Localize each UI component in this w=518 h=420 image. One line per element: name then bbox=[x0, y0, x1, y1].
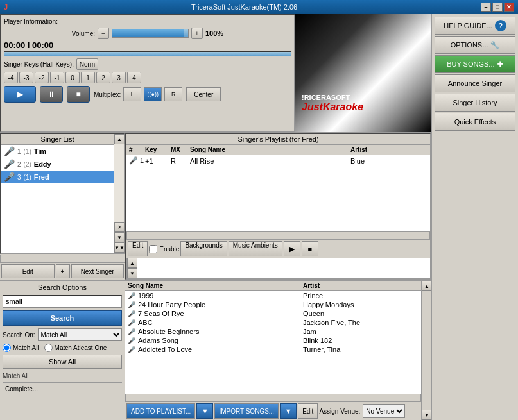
next-singer-button[interactable]: Next Singer bbox=[71, 264, 125, 278]
show-all-button[interactable]: Show All bbox=[3, 355, 122, 369]
key-plus3[interactable]: 3 bbox=[112, 72, 126, 83]
help-guide-button[interactable]: HELP GUIDE... ? bbox=[435, 17, 515, 35]
scroll-up-button[interactable]: ▲ bbox=[114, 134, 125, 144]
norm-button[interactable]: Norm bbox=[76, 58, 98, 70]
key-minus4[interactable]: -4 bbox=[4, 72, 18, 83]
song-edit-button[interactable]: Edit bbox=[298, 403, 318, 419]
effects-label: Quick Effects bbox=[454, 118, 496, 126]
match-atleast-radio[interactable] bbox=[44, 344, 53, 352]
wrench-icon: 🔧 bbox=[490, 41, 499, 49]
playlist-edit-button[interactable]: Edit bbox=[128, 241, 148, 256]
song-h-scrollbar[interactable] bbox=[125, 394, 421, 401]
song-row-4[interactable]: 🎤 Absolute Beginners Jam bbox=[125, 327, 421, 336]
center-button[interactable]: Center bbox=[186, 87, 221, 101]
search-input[interactable] bbox=[3, 295, 122, 308]
key-minus3[interactable]: -3 bbox=[19, 72, 33, 83]
singer-item-3[interactable]: 🎤 3 (1) Fred bbox=[1, 171, 114, 183]
scroll-down2-button[interactable]: ▼▼ bbox=[114, 242, 125, 253]
add-icon-button[interactable]: ▼ bbox=[196, 403, 213, 419]
song-row-1[interactable]: 🎤 24 Hour Party People Happy Mondays bbox=[125, 300, 421, 309]
multiplex-label: Multiplex: bbox=[94, 91, 121, 98]
stop-button[interactable]: ■ bbox=[67, 86, 90, 103]
venue-select[interactable]: No Venue bbox=[363, 404, 405, 418]
key-minus2[interactable]: -2 bbox=[35, 72, 49, 83]
song-scroll-up[interactable]: ▲ bbox=[422, 281, 432, 291]
pl-scroll-down[interactable]: ▼ bbox=[127, 268, 137, 278]
enable-checkbox[interactable] bbox=[149, 245, 157, 253]
playlist-header: Singer's Playlist (for Fred) bbox=[126, 134, 430, 145]
key-plus4[interactable]: 4 bbox=[127, 72, 141, 83]
volume-row: Volume: – + 100% bbox=[4, 28, 291, 39]
multiplex-right[interactable]: R bbox=[164, 87, 182, 101]
playlist-stop-button[interactable]: ■ bbox=[302, 241, 318, 256]
search-button[interactable]: Search bbox=[3, 310, 122, 326]
search-on-select[interactable]: Match All bbox=[38, 328, 122, 341]
quick-effects-button[interactable]: Quick Effects bbox=[435, 113, 515, 131]
singer-slot-1: (1) bbox=[24, 148, 31, 155]
singer-item-2[interactable]: 🎤 2 (2) Eddy bbox=[1, 158, 114, 171]
key-minus1[interactable]: -1 bbox=[50, 72, 64, 83]
singer-num-3: 3 bbox=[17, 174, 21, 181]
row-num: 🎤 1 bbox=[129, 156, 145, 165]
pause-button[interactable]: ⏸ bbox=[40, 86, 63, 103]
song-list: 🎤 1999 Prince 🎤 24 Hour Party People Hap… bbox=[125, 291, 421, 394]
singer-add-button[interactable]: + bbox=[56, 264, 70, 278]
song-row-2[interactable]: 🎤 7 Seas Of Rye Queen bbox=[125, 309, 421, 318]
multiplex-left[interactable]: L bbox=[123, 87, 141, 101]
import-icon-button[interactable]: ▼ bbox=[280, 403, 297, 419]
volume-down-button[interactable]: – bbox=[98, 28, 109, 39]
minimize-button[interactable]: – bbox=[481, 3, 491, 12]
volume-up-button[interactable]: + bbox=[191, 28, 203, 39]
key-plus2[interactable]: 2 bbox=[96, 72, 110, 83]
singer-list-panel: Singer List 🎤 1 (1) Tim 🎤 2 (2) Eddy bbox=[1, 134, 114, 253]
match-all-radio[interactable] bbox=[3, 344, 11, 352]
playlist-play-button[interactable]: ▶ bbox=[284, 241, 300, 256]
options-button[interactable]: OPTIONS... 🔧 bbox=[435, 36, 515, 54]
playlist-v-scrollbar[interactable]: ▲ ▼ bbox=[126, 258, 137, 278]
key-0[interactable]: 0 bbox=[65, 72, 80, 83]
backgrounds-button[interactable]: Backgrounds bbox=[180, 241, 227, 256]
song-row-3[interactable]: 🎤 ABC Jackson Five, The bbox=[125, 318, 421, 327]
buy-songs-button[interactable]: BUY SONGS... + bbox=[435, 55, 515, 73]
add-to-playlist-button[interactable]: ADD TO PLAYLIST... bbox=[126, 403, 195, 419]
song-name-1: 🎤 24 Hour Party People bbox=[128, 301, 303, 308]
main-content: Player Information: Volume: – + 100% 00:… bbox=[0, 14, 518, 420]
import-songs-button[interactable]: IMPORT SONGS... bbox=[214, 403, 279, 419]
volume-slider[interactable] bbox=[112, 29, 189, 38]
singer-actions: Edit + Next Singer bbox=[0, 262, 125, 280]
singer-history-button[interactable]: Singer History bbox=[435, 94, 515, 112]
announce-singer-button[interactable]: Announce Singer bbox=[435, 74, 515, 92]
music-ambients-button[interactable]: Music Ambients bbox=[229, 241, 282, 256]
volume-label: Volume: bbox=[72, 30, 95, 37]
play-button[interactable]: ▶ bbox=[4, 86, 36, 103]
singer-item-1[interactable]: 🎤 1 (1) Tim bbox=[1, 145, 114, 158]
singer-name-2: Eddy bbox=[34, 160, 51, 168]
playlist-row-1[interactable]: 🎤 1 +1 R All Rise Blue bbox=[126, 155, 430, 166]
maximize-button[interactable]: □ bbox=[492, 3, 503, 12]
close-button[interactable]: ✕ bbox=[504, 3, 514, 12]
song-v-scrollbar[interactable]: ▲ ▼ bbox=[421, 281, 431, 420]
search-panel: Search Options Search Search On: Match A… bbox=[0, 281, 125, 420]
progress-bar[interactable] bbox=[4, 51, 291, 56]
playlist-table: 🎤 1 +1 R All Rise Blue bbox=[126, 155, 430, 231]
title-bar: J TriceraSoft JustKaraoke(TM) 2.06 – □ ✕ bbox=[0, 0, 518, 14]
match-all-radio-label[interactable]: Match All bbox=[3, 344, 39, 352]
scroll-down-button[interactable]: ▼ bbox=[114, 232, 125, 242]
song-row-6[interactable]: 🎤 Addicted To Love Turner, Tina bbox=[125, 345, 421, 354]
singer-edit-button[interactable]: Edit bbox=[1, 264, 55, 278]
match-atleast-radio-label[interactable]: Match Atleast One bbox=[44, 344, 107, 352]
song-row-5[interactable]: 🎤 Adams Song Blink 182 bbox=[125, 336, 421, 345]
top-section: Player Information: Volume: – + 100% 00:… bbox=[0, 14, 431, 133]
multiplex-both[interactable]: ((●)) bbox=[144, 87, 162, 101]
song-scroll-down[interactable]: ▼ bbox=[422, 410, 432, 420]
playlist-panel: Singer's Playlist (for Fred) # Key MX So… bbox=[125, 133, 431, 280]
singer-list-scrollbar[interactable]: ▲ ✕ ▼ ▼▼ bbox=[114, 134, 124, 253]
pl-scroll-up[interactable]: ▲ bbox=[127, 258, 137, 268]
song-icon-4: 🎤 bbox=[128, 328, 135, 335]
scroll-x-button[interactable]: ✕ bbox=[114, 222, 125, 232]
song-row-0[interactable]: 🎤 1999 Prince bbox=[125, 291, 421, 300]
row-artist: Blue bbox=[350, 157, 427, 165]
key-plus1[interactable]: 1 bbox=[81, 72, 95, 83]
singer-h-scrollbar[interactable] bbox=[0, 255, 125, 262]
playlist-h-scrollbar[interactable] bbox=[126, 231, 430, 239]
